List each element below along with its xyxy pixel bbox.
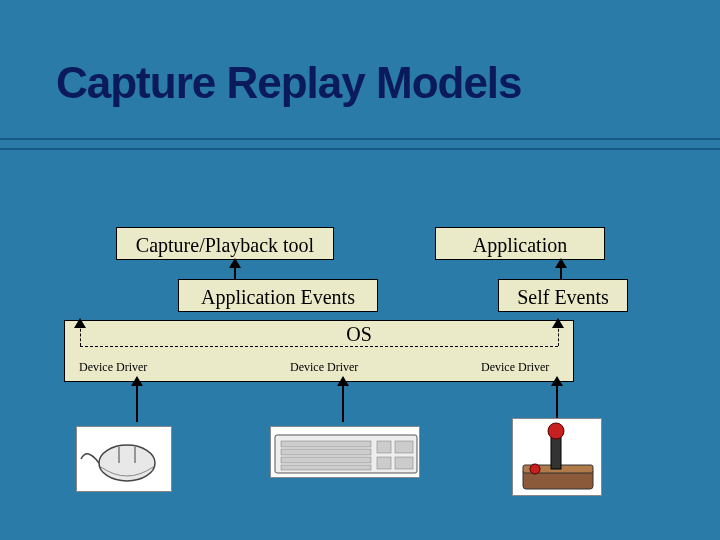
dashed-arrowhead-right [552,318,564,328]
svg-rect-11 [395,457,413,469]
svg-rect-6 [281,457,371,463]
arrowhead-selfevents-to-application [555,258,567,268]
arrowhead-joystick-to-os [551,376,563,386]
application-box: Application [435,227,605,260]
capture-playback-box: Capture/Playback tool [116,227,334,260]
keyboard-icon [270,426,420,478]
svg-point-16 [530,464,540,474]
svg-rect-5 [281,449,371,455]
svg-rect-9 [395,441,413,453]
title-underline-2 [0,148,720,150]
arrow-mouse-to-os [136,382,138,422]
title-underline-1 [0,138,720,140]
arrow-keyboard-to-os [342,382,344,422]
svg-point-15 [548,423,564,439]
arrowhead-appevents-to-capture [229,258,241,268]
svg-rect-8 [377,441,391,453]
svg-rect-10 [377,457,391,469]
arrow-joystick-to-os [556,382,558,422]
slide-title: Capture Replay Models [56,58,522,108]
arrowhead-mouse-to-os [131,376,143,386]
joystick-icon [512,418,602,496]
self-events-box: Self Events [498,279,628,312]
os-box: OS Device Driver Device Driver Device Dr… [64,320,574,382]
arrowhead-keyboard-to-os [337,376,349,386]
device-driver-label-1: Device Driver [79,360,147,375]
dashed-connector-horizontal [80,346,558,347]
os-label: OS [266,323,372,346]
svg-rect-4 [281,441,371,447]
dashed-arrowhead-left [74,318,86,328]
device-driver-label-2: Device Driver [290,360,358,375]
mouse-icon [76,426,172,492]
device-driver-label-3: Device Driver [481,360,549,375]
svg-rect-7 [281,465,371,470]
application-events-box: Application Events [178,279,378,312]
